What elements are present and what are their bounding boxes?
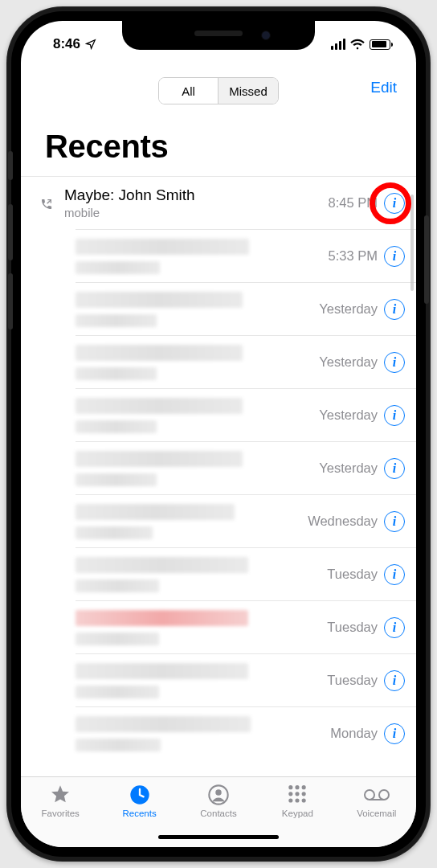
call-time: Tuesday [327,567,378,582]
battery-icon [370,39,390,50]
call-row[interactable]: Tuesdayi [76,653,416,706]
info-button[interactable]: i [384,617,405,638]
call-time: Wednesday [308,514,378,529]
call-main [76,345,319,380]
home-indicator[interactable] [158,835,279,839]
front-camera [261,31,271,40]
tab-label: Voicemail [357,809,396,818]
cellular-signal-icon [331,39,346,50]
speaker-grille [194,31,243,36]
tab-label: Favorites [42,809,80,818]
call-time: Tuesday [327,620,378,635]
contact-icon [207,784,230,806]
segment-all[interactable]: All [159,78,218,104]
svg-point-4 [296,785,300,789]
info-button[interactable]: i [384,299,405,320]
svg-point-8 [302,792,306,796]
svg-point-11 [302,798,306,802]
call-row[interactable]: Yesterdayi [76,282,416,335]
call-main [76,451,319,486]
call-row[interactable]: 5:33 PMi [76,229,416,282]
tab-favorites[interactable]: Favorites [21,784,100,818]
tab-label: Keypad [282,809,313,818]
call-main [76,557,327,592]
location-icon [85,39,96,50]
filter-bar: All Missed Edit [21,64,416,109]
call-main [76,716,330,751]
volume-down-button [8,273,13,330]
info-button[interactable]: i [384,564,405,585]
call-time: 5:33 PM [329,248,378,264]
call-time: Yesterday [319,301,378,317]
star-icon [49,784,71,806]
volume-up-button [8,204,13,260]
call-row[interactable]: Mondayi [76,706,416,760]
info-button[interactable]: i [384,511,405,532]
call-row[interactable]: Tuesdayi [76,600,416,653]
tab-voicemail[interactable]: Voicemail [337,784,416,818]
call-time: 8:45 PM [329,195,378,211]
info-button[interactable]: i [384,352,405,373]
svg-point-12 [365,790,374,800]
svg-point-13 [379,790,389,800]
tab-bar: Favorites Recents Contacts [21,776,416,847]
side-button [424,215,429,304]
voicemail-icon [363,784,390,806]
keypad-icon [286,784,308,806]
call-main: Maybe: John Smithmobile [64,186,329,219]
svg-point-3 [289,785,293,789]
info-button[interactable]: i [384,193,405,214]
svg-point-5 [302,785,306,789]
svg-point-6 [289,792,293,796]
call-main [76,663,327,698]
tab-contacts[interactable]: Contacts [179,784,258,818]
call-row[interactable]: Yesterdayi [76,335,416,388]
tab-label: Recents [122,809,156,818]
info-button[interactable]: i [384,458,405,479]
svg-point-10 [296,798,300,802]
call-main [76,292,319,327]
call-main [76,610,327,645]
scrollbar[interactable] [410,194,414,291]
segmented-control[interactable]: All Missed [158,77,279,104]
call-row[interactable]: Maybe: John Smithmobile8:45 PMi [21,176,416,229]
svg-point-2 [215,789,221,795]
svg-point-7 [296,792,300,796]
tab-keypad[interactable]: Keypad [258,784,337,818]
edit-button[interactable]: Edit [370,79,397,96]
call-main [76,398,319,433]
outgoing-call-icon [40,196,64,211]
device-frame: 8:46 All Missed Edit Recents [6,6,431,862]
wifi-icon [350,39,365,50]
call-time: Yesterday [319,461,378,476]
call-row[interactable]: Wednesdayi [76,494,416,547]
caller-name: Maybe: John Smith [64,186,324,204]
call-main [76,504,308,539]
call-row[interactable]: Yesterdayi [76,388,416,441]
tab-label: Contacts [200,809,236,818]
caller-label: mobile [64,206,324,219]
clock-icon [129,784,151,806]
info-button[interactable]: i [384,670,405,691]
page-title: Recents [21,109,416,176]
call-time: Monday [330,726,378,741]
screen: 8:46 All Missed Edit Recents [21,21,416,847]
call-main [76,239,329,274]
call-row[interactable]: Tuesdayi [76,547,416,600]
call-row[interactable]: Yesterdayi [76,441,416,494]
call-time: Yesterday [319,407,378,423]
svg-point-9 [289,798,293,802]
info-button[interactable]: i [384,723,405,744]
recents-list[interactable]: Maybe: John Smithmobile8:45 PMi5:33 PMiY… [21,176,416,776]
notch [122,21,315,50]
call-time: Tuesday [327,673,378,688]
call-time: Yesterday [319,354,378,370]
tab-recents[interactable]: Recents [100,784,178,818]
mute-switch [8,151,13,180]
segment-missed[interactable]: Missed [218,78,278,104]
info-button[interactable]: i [384,405,405,426]
info-button[interactable]: i [384,246,405,267]
status-time: 8:46 [53,36,80,52]
